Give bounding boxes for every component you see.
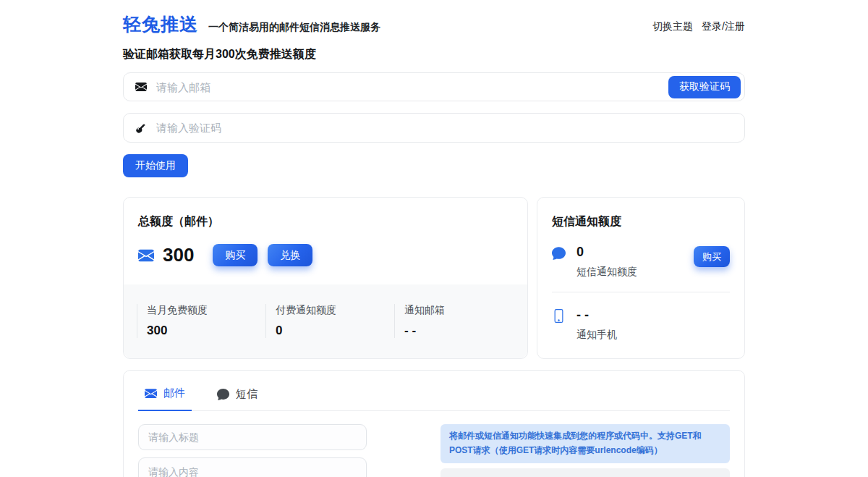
login-register-link[interactable]: 登录/注册 (702, 20, 745, 33)
buy-quota-button[interactable]: 购买 (213, 244, 258, 266)
tab-sms-label: 短信 (236, 387, 258, 401)
sms-quota-label: 短信通知额度 (576, 266, 637, 279)
sms-quota-card: 短信通知额度 0 短信通知额度 购买 - - 通知手机 (537, 197, 745, 359)
tab-sms[interactable]: 短信 (210, 381, 264, 410)
email-quota-line: 300 购买 兑换 (138, 244, 513, 266)
sms-quota-row: 0 短信通知额度 购买 (552, 245, 730, 279)
header: 轻兔推送 一个简洁易用的邮件短信消息推送服务 切换主题 登录/注册 (123, 13, 745, 36)
send-form (138, 424, 367, 477)
app-tagline: 一个简洁易用的邮件短信消息推送服务 (208, 21, 380, 34)
verify-heading: 验证邮箱获取每月300次免费推送额度 (123, 47, 745, 62)
message-title-input[interactable] (138, 424, 367, 450)
email-quota-title: 总额度（邮件） (138, 214, 513, 229)
verification-code-input[interactable] (156, 122, 741, 134)
app-logo: 轻兔推送 (123, 12, 198, 36)
stat-label: 付费通知额度 (276, 304, 394, 317)
quota-cards-row: 总额度（邮件） 300 购买 兑换 当月免费额度 300 付费通知额度 (123, 197, 745, 359)
email-quota-card: 总额度（邮件） 300 购买 兑换 当月免费额度 300 付费通知额度 (123, 197, 528, 359)
stat-value: 0 (276, 324, 394, 338)
send-body: 将邮件或短信通知功能快速集成到您的程序或代码中。支持GET和POST请求（使用G… (138, 424, 730, 477)
start-button[interactable]: 开始使用 (123, 154, 188, 177)
sms-quota-text: 0 短信通知额度 (576, 245, 637, 279)
code-input-row (123, 113, 745, 143)
email-quota-total: 300 (163, 244, 194, 266)
send-panel: 邮件 短信 将邮件或短信通知功能快速集成到您的程序或代码中。支持GET和POST… (123, 370, 745, 477)
chat-bubble-icon (217, 388, 229, 400)
email-quota-stats: 当月免费额度 300 付费通知额度 0 通知邮箱 - - (124, 284, 527, 358)
tab-email-label: 邮件 (163, 387, 185, 400)
stat-free-quota: 当月免费额度 300 (137, 304, 265, 338)
notify-phone-value: - - (576, 308, 617, 323)
api-help-column: 将邮件或短信通知功能快速集成到您的程序或代码中。支持GET和POST请求（使用G… (441, 424, 730, 477)
phone-icon (552, 309, 566, 324)
stat-value: - - (404, 324, 523, 338)
email-quota-top: 总额度（邮件） 300 购买 兑换 (124, 198, 527, 270)
buy-sms-button[interactable]: 购买 (694, 246, 730, 267)
stat-notify-email: 通知邮箱 - - (394, 304, 523, 338)
curl-code-block: curl https://notice.lighttools.net/send?… (441, 468, 730, 477)
header-links: 切换主题 登录/注册 (652, 20, 745, 33)
stat-paid-quota: 付费通知额度 0 (265, 304, 394, 338)
notify-phone-label: 通知手机 (576, 329, 617, 342)
email-input-row: 获取验证码 (123, 72, 745, 101)
get-code-button[interactable]: 获取验证码 (668, 76, 741, 98)
envelope-icon (135, 81, 148, 93)
redeem-quota-button[interactable]: 兑换 (268, 244, 312, 266)
sms-quota-title: 短信通知额度 (552, 214, 730, 229)
sms-quota-value: 0 (576, 245, 637, 260)
notify-phone-row: - - 通知手机 (552, 308, 730, 342)
envelope-icon (145, 387, 157, 400)
sms-card-divider (552, 292, 730, 292)
page-container: 轻兔推送 一个简洁易用的邮件短信消息推送服务 切换主题 登录/注册 验证邮箱获取… (123, 0, 745, 477)
key-icon (135, 122, 148, 134)
api-info-box: 将邮件或短信通知功能快速集成到您的程序或代码中。支持GET和POST请求（使用G… (441, 424, 730, 463)
stat-label: 通知邮箱 (404, 304, 523, 317)
stat-label: 当月免费额度 (147, 304, 265, 317)
notify-phone-text: - - 通知手机 (576, 308, 617, 342)
message-content-textarea[interactable] (138, 457, 367, 477)
mail-quota-icon (138, 248, 154, 263)
stat-value: 300 (147, 324, 265, 338)
chat-bubble-icon (552, 246, 566, 261)
tab-email[interactable]: 邮件 (138, 381, 192, 411)
send-tabs: 邮件 短信 (138, 371, 730, 411)
email-input[interactable] (156, 81, 668, 93)
theme-toggle-link[interactable]: 切换主题 (652, 20, 693, 33)
